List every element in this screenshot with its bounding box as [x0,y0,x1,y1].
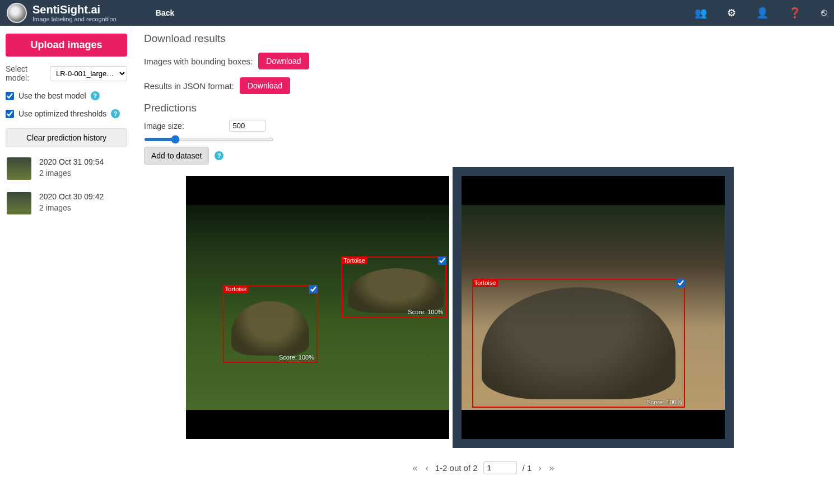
pager-first-icon[interactable]: « [411,463,418,473]
bounding-box[interactable]: Tortoise Score: 100% [223,285,318,363]
sidebar: Upload images Select model: LR-0-001_lar… [0,26,133,491]
help-icon[interactable]: ❓ [789,7,801,19]
select-model-label: Select model: [6,64,46,82]
bbox-score: Score: 100% [279,354,314,361]
content: Download results Images with bounding bo… [133,26,834,491]
best-model-help-icon[interactable]: ? [91,91,100,100]
model-select[interactable]: LR-0-001_large… [50,66,127,81]
pager-range: 1-2 out of 2 [435,463,478,473]
history-thumbnail [7,192,31,214]
tortoise-shape [348,268,443,313]
logo[interactable]: SentiSight.ai Image labeling and recogni… [7,3,117,23]
users-icon[interactable]: 👥 [695,7,707,19]
history-date: 2020 Oct 30 09:42 [39,192,104,201]
add-to-dataset-button[interactable]: Add to dataset [144,147,209,165]
bbox-label: Tortoise [341,256,367,264]
bbox-score: Score: 100% [647,399,682,405]
image-size-input[interactable] [229,120,266,132]
bbox-checkbox[interactable] [438,256,446,265]
bbox-score: Score: 100% [408,309,443,315]
bounding-box[interactable]: Tortoise Score: 100% [341,256,446,318]
logout-icon[interactable]: ⎋ [821,7,827,19]
use-optimized-thresholds-checkbox[interactable] [6,110,14,118]
history-item[interactable]: 2020 Oct 31 09:54 2 images [6,155,127,182]
brand-name: SentiSight.ai [32,4,117,15]
pager: « ‹ 1-2 out of 2 / 1 › » [144,461,823,474]
use-best-model-checkbox[interactable] [6,92,14,100]
pager-total: / 1 [523,463,532,473]
tortoise-shape [482,287,676,399]
pager-last-icon[interactable]: » [548,463,556,473]
download-results-title: Download results [144,32,823,45]
header-actions: 👥 ⚙ 👤 ❓ ⎋ [695,7,827,19]
json-download-label: Results in JSON format: [144,81,234,91]
prediction-image[interactable]: Tortoise Score: 100% Tortoise Score: 100… [186,176,449,439]
upload-images-button[interactable]: Upload images [6,34,127,57]
bbox-download-label: Images with bounding boxes: [144,57,253,66]
history-date: 2020 Oct 31 09:54 [39,157,104,166]
image-size-slider[interactable] [144,138,274,141]
bbox-label: Tortoise [472,279,498,287]
history-count: 2 images [39,203,104,212]
user-icon[interactable]: 👤 [756,7,768,19]
back-link[interactable]: Back [156,8,174,17]
image-content: Tortoise Score: 100% Tortoise Score: 100… [186,205,449,410]
top-bar: SentiSight.ai Image labeling and recogni… [0,0,834,26]
history-thumbnail [7,157,31,180]
logo-icon [7,3,27,23]
brand-tagline: Image labeling and recognition [32,16,117,22]
bbox-label: Tortoise [223,285,249,293]
bbox-checkbox[interactable] [309,285,318,293]
pager-prev-icon[interactable]: ‹ [424,463,429,473]
use-optimized-thresholds-label: Use optimized thresholds [18,109,106,118]
download-json-button[interactable]: Download [240,77,290,94]
pager-page-input[interactable] [483,461,517,474]
pager-next-icon[interactable]: › [537,463,542,473]
history-count: 2 images [39,169,104,178]
history-item[interactable]: 2020 Oct 30 09:42 2 images [6,190,127,217]
gear-icon[interactable]: ⚙ [727,7,736,19]
add-dataset-help-icon[interactable]: ? [215,151,223,160]
optimized-help-icon[interactable]: ? [111,109,120,118]
tortoise-shape [231,301,309,356]
prediction-image-selected[interactable]: Tortoise Score: 100% [462,176,725,439]
use-best-model-label: Use the best model [18,91,86,100]
bounding-box[interactable]: Tortoise Score: 100% [472,279,686,408]
image-size-label: Image size: [144,122,184,130]
clear-history-button[interactable]: Clear prediction history [6,128,127,147]
bbox-checkbox[interactable] [677,279,685,287]
predictions-title: Predictions [144,102,823,114]
image-content: Tortoise Score: 100% [462,205,725,410]
download-bbox-button[interactable]: Download [258,53,309,69]
